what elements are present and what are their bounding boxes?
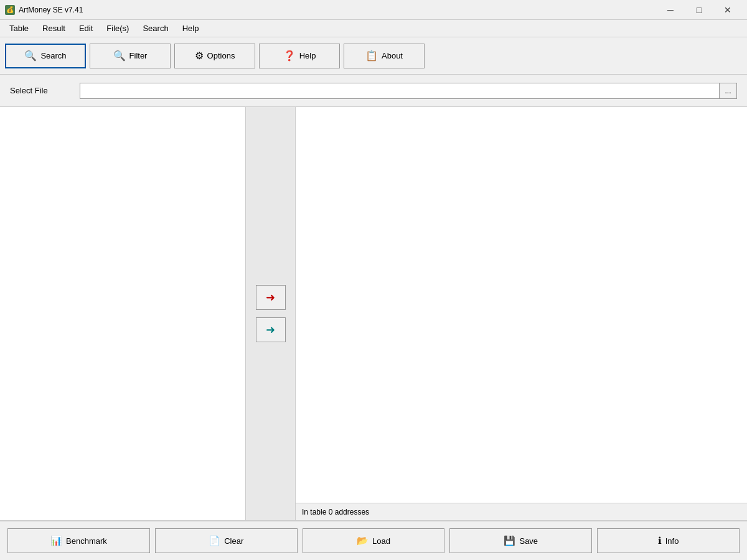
load-button[interactable]: 📂 Load — [303, 528, 445, 553]
bottom-bar: 📊 Benchmark 📄 Clear 📂 Load 💾 Save ℹ Info — [0, 520, 747, 560]
app-icon: 💰 — [5, 5, 15, 15]
minimize-button[interactable]: ─ — [656, 0, 685, 20]
toolbar-options-label: Options — [207, 51, 235, 60]
table-address-count: In table 0 addresses — [302, 508, 369, 516]
benchmark-button[interactable]: 📊 Benchmark — [7, 528, 150, 553]
select-file-label: Select File — [10, 86, 72, 95]
help-icon: ❓ — [283, 50, 296, 62]
title-bar-controls: ─ □ ✕ — [656, 0, 742, 20]
clear-button[interactable]: 📄 Clear — [155, 528, 298, 553]
teal-arrow-icon: ➜ — [266, 323, 275, 337]
window-title: ArtMoney SE v7.41 — [19, 6, 83, 14]
save-label: Save — [519, 536, 538, 546]
menu-files[interactable]: File(s) — [100, 21, 136, 36]
about-icon: 📋 — [365, 50, 378, 62]
title-bar: 💰 ArtMoney SE v7.41 ─ □ ✕ — [0, 0, 747, 20]
load-label: Load — [372, 536, 390, 546]
title-bar-left: 💰 ArtMoney SE v7.41 — [5, 5, 83, 15]
main-area: ➜ ➜ In table 0 addresses — [0, 107, 747, 520]
save-button[interactable]: 💾 Save — [449, 528, 592, 553]
menu-edit[interactable]: Edit — [72, 21, 100, 36]
toolbar-filter-label: Filter — [129, 51, 148, 60]
clear-icon: 📄 — [209, 535, 220, 546]
toolbar-search-label: Search — [40, 51, 66, 60]
middle-panel: ➜ ➜ — [246, 107, 296, 520]
menu-table[interactable]: Table — [2, 21, 35, 36]
save-icon: 💾 — [504, 535, 515, 546]
info-icon: ℹ — [658, 535, 662, 546]
select-file-input-wrap: ... — [80, 83, 737, 99]
menu-result[interactable]: Result — [35, 21, 72, 36]
toolbar-search-button[interactable]: 🔍 Search — [5, 44, 86, 68]
move-teal-arrow-button[interactable]: ➜ — [256, 317, 286, 342]
filter-icon: 🔍 — [113, 50, 126, 62]
toolbar-about-button[interactable]: 📋 About — [344, 44, 425, 68]
toolbar-filter-button[interactable]: 🔍 Filter — [90, 44, 171, 68]
close-button[interactable]: ✕ — [713, 0, 742, 20]
select-file-input[interactable] — [80, 83, 720, 99]
toolbar-options-button[interactable]: ⚙ Options — [174, 44, 255, 68]
right-panel: In table 0 addresses — [296, 107, 747, 520]
right-content-area — [296, 107, 747, 503]
search-icon: 🔍 — [24, 50, 37, 62]
menu-search[interactable]: Search — [136, 21, 175, 36]
info-label: Info — [665, 536, 679, 546]
table-status: In table 0 addresses — [296, 503, 747, 520]
benchmark-icon: 📊 — [50, 535, 62, 546]
toolbar-help-button[interactable]: ❓ Help — [259, 44, 340, 68]
toolbar-help-label: Help — [299, 51, 316, 60]
left-panel — [0, 107, 246, 520]
browse-button[interactable]: ... — [720, 83, 737, 99]
toolbar-about-label: About — [382, 51, 403, 60]
maximize-button[interactable]: □ — [685, 0, 713, 20]
benchmark-label: Benchmark — [66, 536, 107, 546]
info-button[interactable]: ℹ Info — [597, 528, 740, 553]
toolbar: 🔍 Search 🔍 Filter ⚙ Options ❓ Help 📋 Abo… — [0, 37, 747, 75]
move-red-arrow-button[interactable]: ➜ — [256, 285, 286, 310]
menu-help[interactable]: Help — [176, 21, 206, 36]
clear-label: Clear — [224, 536, 243, 546]
select-file-row: Select File ... — [0, 75, 747, 107]
menu-bar: Table Result Edit File(s) Search Help — [0, 20, 747, 37]
options-icon: ⚙ — [195, 50, 204, 62]
red-arrow-icon: ➜ — [266, 291, 275, 304]
load-icon: 📂 — [357, 535, 369, 546]
